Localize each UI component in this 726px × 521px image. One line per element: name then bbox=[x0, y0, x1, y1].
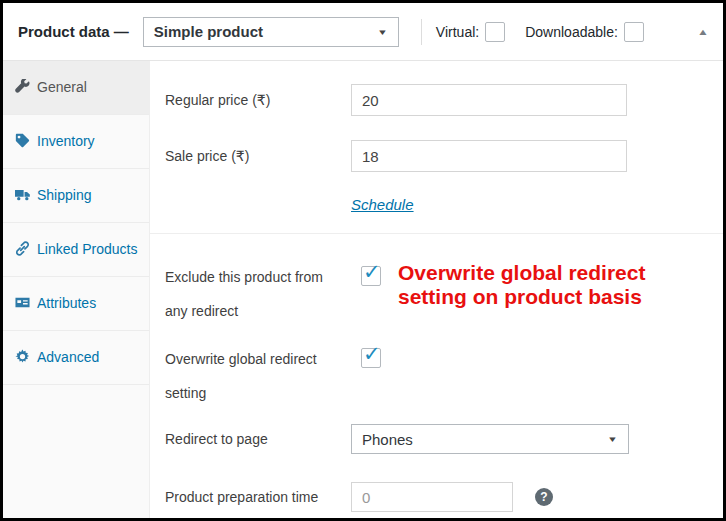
pricing-section: Regular price (₹) Sale price (₹) Schedul… bbox=[150, 61, 723, 233]
checkmark-icon: ✓ bbox=[363, 343, 381, 364]
panel-title: Product data — bbox=[18, 23, 129, 40]
regular-price-input[interactable] bbox=[351, 84, 627, 116]
prep-time-label: Product preparation time bbox=[150, 489, 351, 505]
product-type-select[interactable]: Simple product ▼ bbox=[143, 17, 399, 47]
redirect-page-row: Redirect to page Phones ▼ bbox=[150, 424, 723, 454]
tab-panel-general: Regular price (₹) Sale price (₹) Schedul… bbox=[150, 61, 723, 518]
tab-attributes[interactable]: Attributes bbox=[3, 277, 149, 331]
virtual-group: Virtual: bbox=[436, 22, 505, 42]
prep-time-row: Product preparation time ? bbox=[150, 482, 723, 512]
vertical-divider bbox=[421, 19, 422, 45]
tab-linked-products[interactable]: Linked Products bbox=[3, 223, 149, 277]
tab-general[interactable]: General bbox=[3, 61, 149, 115]
redirect-page-label: Redirect to page bbox=[150, 431, 351, 447]
tag-icon bbox=[15, 133, 30, 148]
schedule-row: Schedule bbox=[351, 196, 723, 213]
tab-label: General bbox=[37, 79, 87, 95]
sale-price-row: Sale price (₹) bbox=[150, 140, 723, 172]
downloadable-checkbox[interactable] bbox=[624, 22, 644, 42]
downloadable-label: Downloadable: bbox=[525, 24, 618, 40]
tab-inventory[interactable]: Inventory bbox=[3, 115, 149, 169]
collapse-panel-icon[interactable]: ▲ bbox=[697, 26, 709, 37]
downloadable-group: Downloadable: bbox=[525, 22, 644, 42]
overwrite-redirect-row: Overwrite global redirect setting ✓ bbox=[150, 342, 723, 410]
wrench-icon bbox=[15, 79, 30, 94]
overwrite-redirect-checkbox[interactable]: ✓ bbox=[361, 348, 381, 368]
chevron-down-icon: ▼ bbox=[607, 435, 618, 443]
product-data-tabs-sidebar: General Inventory Shipping Linked Produc… bbox=[3, 61, 150, 518]
virtual-checkbox[interactable] bbox=[485, 22, 505, 42]
tab-advanced[interactable]: Advanced bbox=[3, 331, 149, 385]
gear-icon bbox=[15, 349, 30, 364]
prep-time-input[interactable] bbox=[351, 482, 513, 512]
product-type-value: Simple product bbox=[154, 23, 263, 40]
exclude-redirect-label: Exclude this product from any redirect bbox=[150, 260, 351, 328]
tab-list: General Inventory Shipping Linked Produc… bbox=[3, 61, 149, 385]
tab-label: Linked Products bbox=[37, 241, 137, 257]
exclude-redirect-checkbox[interactable]: ✓ bbox=[361, 266, 381, 286]
tab-label: Attributes bbox=[37, 295, 96, 311]
link-icon bbox=[15, 241, 30, 256]
redirect-page-value: Phones bbox=[362, 431, 413, 448]
chevron-down-icon: ▼ bbox=[377, 28, 388, 36]
regular-price-label: Regular price (₹) bbox=[150, 92, 351, 108]
tab-label: Advanced bbox=[37, 349, 99, 365]
panel-body: General Inventory Shipping Linked Produc… bbox=[3, 61, 723, 518]
tab-shipping[interactable]: Shipping bbox=[3, 169, 149, 223]
tab-label: Shipping bbox=[37, 187, 92, 203]
regular-price-row: Regular price (₹) bbox=[150, 84, 723, 116]
overwrite-redirect-label: Overwrite global redirect setting bbox=[150, 342, 351, 410]
product-data-header: Product data — Simple product ▼ Virtual:… bbox=[3, 3, 723, 61]
truck-icon bbox=[15, 187, 30, 202]
sale-price-input[interactable] bbox=[351, 140, 627, 172]
schedule-link[interactable]: Schedule bbox=[351, 196, 414, 213]
checkmark-icon: ✓ bbox=[363, 261, 381, 282]
annotation-text: Overwrite global redirect setting on pro… bbox=[398, 261, 720, 309]
card-icon bbox=[15, 295, 30, 310]
help-icon[interactable]: ? bbox=[535, 488, 553, 506]
product-data-panel: Product data — Simple product ▼ Virtual:… bbox=[0, 0, 726, 521]
sale-price-label: Sale price (₹) bbox=[150, 148, 351, 164]
virtual-label: Virtual: bbox=[436, 24, 479, 40]
redirect-page-select[interactable]: Phones ▼ bbox=[351, 424, 629, 454]
tab-label: Inventory bbox=[37, 133, 95, 149]
